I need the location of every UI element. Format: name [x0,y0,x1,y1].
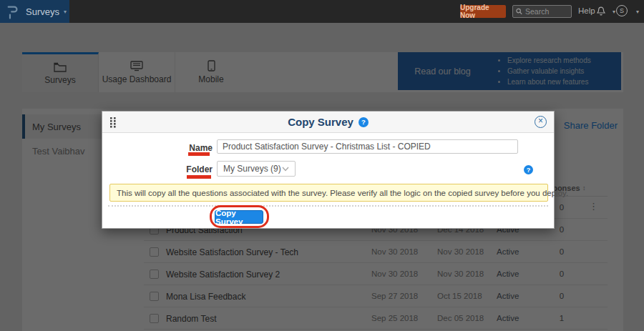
folder-field-label: Folder [102,164,213,174]
upgrade-now-button[interactable]: Upgrade Now [460,5,506,18]
search-input[interactable] [525,7,568,16]
product-switcher[interactable]: Surveys ▾ [0,0,69,23]
product-name: Surveys [26,6,59,17]
help-link[interactable]: Help [578,6,595,15]
close-icon[interactable]: × [535,116,547,128]
survey-name-input[interactable] [217,139,518,154]
modal-title: Copy Survey [288,116,353,128]
copy-warning-message: This will copy all the questions associa… [109,184,548,202]
app-screen: Surveys ▾ Upgrade Now Help ▾ S ▾ S [0,0,644,331]
account-caret-icon[interactable]: ▾ [636,9,639,15]
search-icon [516,8,522,15]
drag-handle-icon[interactable] [110,117,117,128]
folder-select-value: My Surveys (9) [223,164,281,174]
footer-divider [108,205,548,207]
topbar: Surveys ▾ Upgrade Now Help ▾ S ▾ [0,0,644,23]
annotation-underline-folder [187,175,211,179]
notifications-bell-icon[interactable] [596,5,606,19]
user-avatar[interactable]: S [616,5,628,16]
brand-logo-icon [6,3,19,20]
folder-help-icon[interactable]: ? [524,165,533,174]
annotation-underline-name [188,152,210,156]
help-icon[interactable]: ? [358,117,369,127]
notifications-caret-icon[interactable]: ▾ [613,9,615,15]
folder-select[interactable]: My Surveys (9) [217,161,296,177]
name-field-label: Name [102,143,213,153]
chevron-down-icon: ▾ [64,9,67,15]
global-search[interactable] [512,5,572,18]
copy-survey-button[interactable]: Copy Survey [215,210,263,224]
chevron-down-icon [282,167,289,172]
modal-header: Copy Survey ? × [102,112,554,133]
copy-survey-modal: Copy Survey ? × Name Folder My Surveys (… [102,111,555,229]
